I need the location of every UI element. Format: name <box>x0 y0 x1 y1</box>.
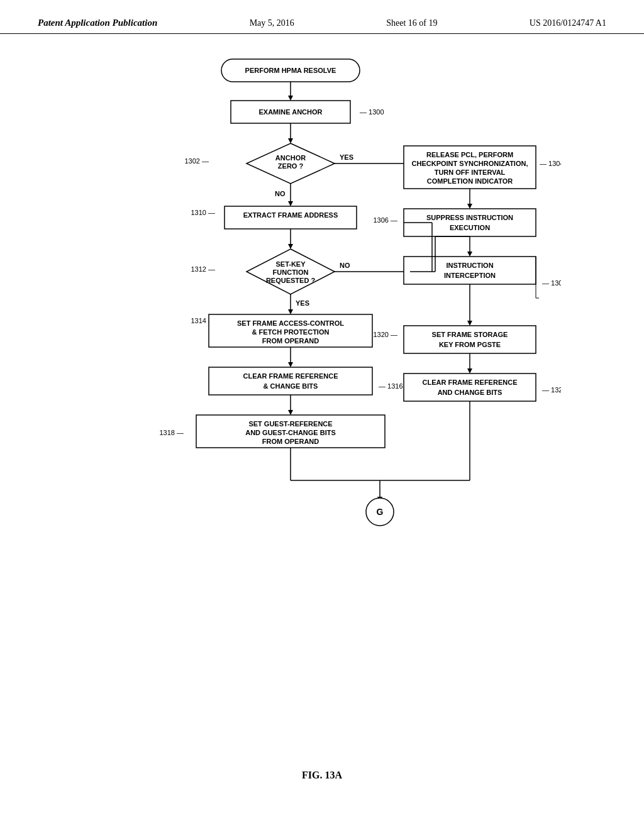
svg-text:SET FRAME ACCESS-CONTROL: SET FRAME ACCESS-CONTROL <box>237 319 344 327</box>
svg-text:ZERO ?: ZERO ? <box>278 162 304 170</box>
svg-marker-8 <box>288 138 293 143</box>
svg-marker-41 <box>288 362 293 367</box>
svg-text:KEY FROM PGSTE: KEY FROM PGSTE <box>439 341 501 348</box>
svg-text:YES: YES <box>340 153 353 161</box>
svg-text:NO: NO <box>340 262 350 269</box>
svg-text:FROM OPERAND: FROM OPERAND <box>262 438 319 445</box>
svg-text:FROM OPERAND: FROM OPERAND <box>262 337 319 345</box>
svg-marker-33 <box>288 309 293 314</box>
svg-text:— 1304: — 1304 <box>540 160 561 167</box>
svg-text:REQUESTED ?: REQUESTED ? <box>266 277 316 284</box>
svg-text:SET GUEST-REFERENCE: SET GUEST-REFERENCE <box>248 420 332 428</box>
svg-text:EXTRACT FRAME ADDRESS: EXTRACT FRAME ADDRESS <box>243 211 338 219</box>
svg-text:CLEAR FRAME REFERENCE: CLEAR FRAME REFERENCE <box>423 379 518 386</box>
svg-rect-81 <box>404 374 536 401</box>
svg-text:CLEAR FRAME REFERENCE: CLEAR FRAME REFERENCE <box>243 372 338 380</box>
figure-label: FIG. 13A <box>302 770 342 781</box>
svg-text:EXECUTION: EXECUTION <box>450 224 490 231</box>
svg-rect-67 <box>404 257 536 284</box>
svg-rect-76 <box>404 326 536 353</box>
svg-marker-17 <box>288 201 293 206</box>
svg-text:1310 —: 1310 — <box>191 209 215 216</box>
svg-text:& CHANGE BITS: & CHANGE BITS <box>264 382 318 390</box>
header-left: Patent Application Publication <box>38 18 157 28</box>
header-sheet: Sheet 16 of 19 <box>386 18 437 28</box>
svg-rect-42 <box>209 367 372 395</box>
svg-text:1302 —: 1302 — <box>184 157 209 165</box>
svg-marker-80 <box>467 368 472 374</box>
svg-text:EXAMINE ANCHOR: EXAMINE ANCHOR <box>258 108 322 116</box>
svg-text:SET FRAME STORAGE: SET FRAME STORAGE <box>432 331 508 338</box>
svg-text:1306 —: 1306 — <box>373 216 397 224</box>
svg-text:INTERCEPTION: INTERCEPTION <box>444 272 496 279</box>
svg-text:— 1316: — 1316 <box>379 382 403 390</box>
svg-text:1320 —: 1320 — <box>373 331 397 338</box>
diagram-area: PERFORM HPMA RESOLVE EXAMINE ANCHOR — 13… <box>0 34 644 781</box>
svg-marker-74 <box>467 321 472 326</box>
svg-text:SUPPRESS INSTRUCTION: SUPPRESS INSTRUCTION <box>426 214 513 221</box>
svg-text:YES: YES <box>296 299 309 307</box>
svg-text:— 1308: — 1308 <box>542 279 561 287</box>
svg-text:— 1322: — 1322 <box>542 386 561 394</box>
svg-text:CHECKPOINT SYNCHRONIZATION,: CHECKPOINT SYNCHRONIZATION, <box>412 160 528 167</box>
page-header: Patent Application Publication May 5, 20… <box>0 0 644 34</box>
svg-text:AND GUEST-CHANGE BITS: AND GUEST-CHANGE BITS <box>245 429 336 436</box>
svg-text:1312 —: 1312 — <box>191 265 215 273</box>
svg-marker-60 <box>467 204 472 209</box>
svg-text:& FETCH PROTECTION: & FETCH PROTECTION <box>252 328 330 336</box>
svg-text:1318 —: 1318 — <box>159 429 184 436</box>
header-patent: US 2016/0124747 A1 <box>530 18 606 28</box>
svg-marker-3 <box>288 96 293 101</box>
svg-marker-46 <box>288 410 293 415</box>
svg-marker-66 <box>467 252 472 257</box>
svg-text:AND CHANGE BITS: AND CHANGE BITS <box>438 389 502 396</box>
svg-text:COMPLETION INDICATOR: COMPLETION INDICATOR <box>427 177 513 185</box>
svg-text:NO: NO <box>275 190 286 197</box>
svg-text:G: G <box>377 507 384 517</box>
svg-text:— 1300: — 1300 <box>360 108 384 116</box>
svg-text:TURN OFF INTERVAL: TURN OFF INTERVAL <box>435 169 506 176</box>
svg-text:SET-KEY: SET-KEY <box>275 260 306 268</box>
svg-text:RELEASE PCL, PERFORM: RELEASE PCL, PERFORM <box>426 151 513 158</box>
svg-text:INSTRUCTION: INSTRUCTION <box>446 262 493 269</box>
svg-marker-23 <box>288 244 293 249</box>
flowchart-svg: PERFORM HPMA RESOLVE EXAMINE ANCHOR — 13… <box>83 53 561 763</box>
header-date: May 5, 2016 <box>250 18 294 28</box>
svg-text:PERFORM HPMA RESOLVE: PERFORM HPMA RESOLVE <box>245 67 336 74</box>
svg-text:ANCHOR: ANCHOR <box>275 154 306 162</box>
svg-text:FUNCTION: FUNCTION <box>273 268 309 276</box>
